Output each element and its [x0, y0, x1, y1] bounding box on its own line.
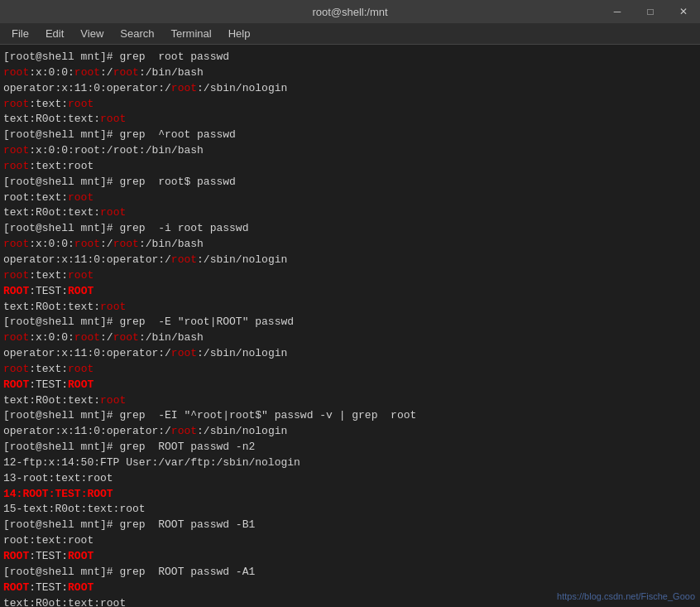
terminal-line: text:R0ot:text:root	[3, 205, 695, 221]
terminal-line: root:text:root	[3, 190, 695, 206]
menu-edit[interactable]: Edit	[37, 26, 72, 41]
terminal-line: root:text:root	[3, 533, 695, 549]
terminal-line: text:R0ot:text:root	[3, 393, 695, 409]
window-title: root@shell:/mnt	[312, 6, 387, 18]
terminal-line: [root@shell mnt]# grep ^root passwd	[3, 128, 695, 143]
close-button[interactable]: ✕	[667, 0, 700, 23]
terminal-line: 12-ftp:x:14:50:FTP User:/var/ftp:/sbin/n…	[3, 455, 695, 471]
terminal-line: root:text:root	[3, 159, 695, 175]
menu-search[interactable]: Search	[112, 26, 162, 41]
title-bar: root@shell:/mnt ─ □ ✕	[0, 0, 700, 23]
terminal-line: [root@shell mnt]# grep ROOT passwd -B1	[3, 518, 695, 533]
terminal-line: 13-root:text:root	[3, 471, 695, 487]
terminal-line: ROOT:TEST:ROOT	[3, 284, 695, 300]
terminal-line: [root@shell mnt]# grep root$ passwd	[3, 175, 695, 190]
minimize-button[interactable]: ─	[601, 0, 634, 23]
terminal-line: 14:ROOT:TEST:ROOT	[3, 487, 695, 503]
terminal-line: root:x:0:0:root:/root:/bin/bash	[3, 65, 695, 81]
menu-file[interactable]: File	[3, 26, 37, 41]
terminal-line: text:R0ot:text:root	[3, 300, 695, 316]
terminal-line: ROOT:TEST:ROOT	[3, 549, 695, 565]
terminal-body[interactable]: [root@shell mnt]# grep root passwd root:…	[0, 45, 700, 607]
terminal-line: root:text:root	[3, 268, 695, 284]
terminal-line: root:x:0:0:root:/root:/bin/bash	[3, 237, 695, 253]
terminal-line: ROOT:TEST:ROOT	[3, 378, 695, 393]
terminal-line: [root@shell mnt]# grep -i root passwd	[3, 221, 695, 237]
window-controls: ─ □ ✕	[601, 0, 700, 23]
terminal-line: [root@shell mnt]# grep ROOT passwd -n2	[3, 440, 695, 455]
menu-view[interactable]: View	[72, 26, 112, 41]
terminal-line: operator:x:11:0:operator:/root:/sbin/nol…	[3, 424, 695, 440]
terminal-line: text:R0ot:text:root	[3, 112, 695, 128]
terminal-line: operator:x:11:0:operator:/root:/sbin/nol…	[3, 346, 695, 362]
terminal-line: root:text:root	[3, 97, 695, 113]
terminal-line: [root@shell mnt]# grep root passwd	[3, 50, 695, 65]
terminal-line: [root@shell mnt]# grep -E "root|ROOT" pa…	[3, 315, 695, 330]
maximize-button[interactable]: □	[634, 0, 667, 23]
terminal-line: operator:x:11:0:operator:/root:/sbin/nol…	[3, 253, 695, 268]
menu-terminal[interactable]: Terminal	[163, 26, 220, 41]
terminal-line: text:R0ot:text:root	[3, 596, 695, 607]
terminal-line: root:x:0:0:root:/root:/bin/bash	[3, 143, 695, 159]
terminal-line: root:x:0:0:root:/root:/bin/bash	[3, 330, 695, 346]
terminal-line: ROOT:TEST:ROOT	[3, 581, 695, 596]
terminal-line: 15-text:R0ot:text:root	[3, 502, 695, 518]
terminal-line: operator:x:11:0:operator:/root:/sbin/nol…	[3, 81, 695, 97]
menu-help[interactable]: Help	[220, 26, 259, 41]
terminal-line: root:text:root	[3, 362, 695, 378]
terminal-window: root@shell:/mnt ─ □ ✕ File Edit View Sea…	[0, 0, 700, 607]
terminal-line: [root@shell mnt]# grep -EI "^root|root$"…	[3, 408, 695, 424]
menu-bar: File Edit View Search Terminal Help	[0, 23, 700, 45]
terminal-line: [root@shell mnt]# grep ROOT passwd -A1	[3, 565, 695, 581]
